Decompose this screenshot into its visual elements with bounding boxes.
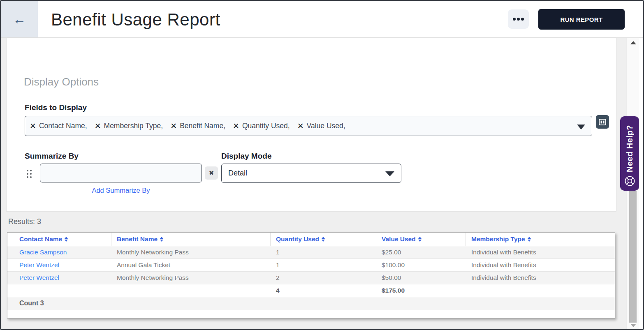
summarize-by-label: Summarize By — [25, 152, 79, 161]
page-title: Benefit Usage Report — [51, 1, 220, 38]
membership-cell: Individual with Benefits — [466, 259, 615, 271]
dropdown-caret-icon[interactable] — [577, 125, 585, 129]
benefit-cell: Monthly Networking Pass — [111, 246, 271, 258]
add-summarize-by-link[interactable]: Add Summarize By — [40, 187, 202, 194]
results-count-text: Results: 3 — [8, 217, 41, 226]
membership-cell: Individual with Benefits — [466, 246, 615, 258]
table-header-row: Contact Name Benefit Name Quantity Used … — [7, 233, 615, 246]
results-table: Contact Name Benefit Name Quantity Used … — [7, 232, 615, 318]
more-options-button[interactable] — [508, 9, 529, 29]
display-options-panel: Display Options Fields to Display ✕ Cont… — [6, 38, 616, 212]
value-cell: $50.00 — [376, 272, 466, 284]
column-header-benefit-name[interactable]: Benefit Name — [111, 233, 271, 246]
display-mode-value: Detail — [228, 169, 247, 178]
value-cell: $100.00 — [376, 259, 466, 271]
field-chip: ✕ Value Used, — [297, 122, 345, 130]
table-row: Peter Wentzel Annual Gala Ticket 1 $100.… — [7, 259, 615, 272]
ellipsis-icon — [521, 18, 524, 21]
scroll-down-icon[interactable] — [630, 324, 636, 327]
column-settings-button[interactable] — [596, 115, 609, 129]
page-header: ← Benefit Usage Report RUN REPORT — [1, 1, 643, 38]
totals-row: 4 $175.00 — [7, 284, 615, 297]
value-cell: $25.00 — [376, 246, 466, 258]
benefit-usage-report-window: ← Benefit Usage Report RUN REPORT Displa… — [0, 0, 644, 330]
remove-field-icon[interactable]: ✕ — [30, 122, 36, 130]
remove-field-icon[interactable]: ✕ — [170, 122, 177, 130]
columns-icon — [599, 119, 606, 125]
column-header-membership-type[interactable]: Membership Type — [466, 233, 615, 246]
column-header-quantity-used[interactable]: Quantity Used — [271, 233, 376, 246]
need-help-label: Need Help? — [625, 121, 635, 172]
total-value: $175.00 — [376, 284, 466, 297]
field-chip-label: Contact Name, — [39, 122, 87, 130]
display-mode-label: Display Mode — [221, 152, 271, 161]
display-mode-select[interactable]: Detail — [221, 164, 401, 183]
column-header-value-used[interactable]: Value Used — [376, 233, 466, 246]
sort-icon — [160, 237, 163, 242]
scrollbar-thumb[interactable] — [629, 191, 637, 323]
back-arrow-icon: ← — [13, 13, 26, 26]
fields-to-display-multiselect[interactable]: ✕ Contact Name, ✕ Membership Type, ✕ Ben… — [25, 116, 592, 136]
scroll-up-icon[interactable] — [630, 41, 636, 44]
section-title: Display Options — [24, 76, 99, 88]
contact-link[interactable]: Peter Wentzel — [19, 261, 59, 269]
sort-icon — [418, 237, 422, 242]
sort-icon — [65, 237, 68, 242]
membership-cell: Individual with Benefits — [466, 272, 615, 284]
quantity-cell: 1 — [271, 259, 376, 271]
table-row: Gracie Sampson Monthly Networking Pass 1… — [7, 246, 615, 259]
contact-link[interactable]: Peter Wentzel — [19, 274, 59, 282]
sort-icon — [528, 237, 531, 242]
quantity-cell: 2 — [271, 272, 376, 284]
quantity-cell: 1 — [271, 246, 376, 258]
field-chip: ✕ Benefit Name, — [170, 122, 225, 130]
field-chip-label: Benefit Name, — [180, 122, 225, 130]
count-row: Count 3 — [7, 297, 615, 309]
back-button[interactable]: ← — [1, 1, 38, 37]
benefit-cell: Annual Gala Ticket — [111, 259, 271, 271]
need-help-tab[interactable]: Need Help? — [620, 116, 639, 191]
fields-to-display-label: Fields to Display — [25, 103, 87, 112]
clear-icon: ✖ — [209, 169, 214, 177]
remove-field-icon[interactable]: ✕ — [233, 122, 239, 130]
summarize-by-input[interactable] — [40, 164, 202, 182]
clear-summarize-button[interactable]: ✖ — [205, 166, 218, 180]
remove-field-icon[interactable]: ✕ — [95, 122, 101, 130]
field-chip-label: Value Used, — [307, 122, 345, 130]
run-report-button[interactable]: RUN REPORT — [538, 9, 625, 30]
table-footer-spacer — [7, 309, 615, 318]
help-ring-icon — [624, 175, 635, 187]
right-gutter — [639, 38, 643, 330]
count-label: Count 3 — [7, 297, 111, 309]
column-header-contact-name[interactable]: Contact Name — [7, 233, 111, 246]
select-caret-icon — [385, 171, 394, 176]
contact-link[interactable]: Gracie Sampson — [19, 249, 67, 256]
section-divider — [24, 96, 600, 96]
ellipsis-icon — [517, 18, 520, 21]
ellipsis-icon — [513, 18, 516, 21]
drag-handle-icon[interactable] — [27, 168, 33, 180]
field-chip: ✕ Contact Name, — [30, 122, 87, 130]
benefit-cell: Monthly Networking Pass — [111, 272, 271, 284]
table-row: Peter Wentzel Monthly Networking Pass 2 … — [7, 272, 615, 284]
field-chip: ✕ Quantity Used, — [233, 122, 290, 130]
field-chip-label: Membership Type, — [104, 122, 163, 130]
field-chip-label: Quantity Used, — [242, 122, 290, 130]
total-quantity: 4 — [271, 284, 376, 297]
remove-field-icon[interactable]: ✕ — [297, 122, 304, 130]
sort-icon — [322, 237, 325, 242]
field-chip: ✕ Membership Type, — [95, 122, 163, 130]
